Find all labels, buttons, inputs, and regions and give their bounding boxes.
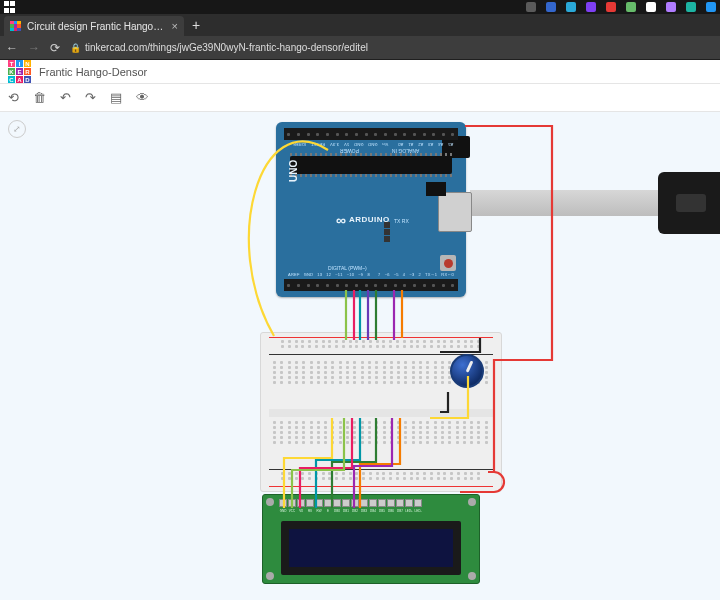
usb-port — [438, 192, 472, 232]
atmega-chip — [290, 156, 452, 174]
reload-button[interactable]: ⟳ — [50, 41, 60, 55]
tinkercad-favicon — [10, 21, 21, 32]
lcd-pin-labels: GNDVCCV0RSRWEDB0DB1DB2DB3DB4DB5DB6DB7LED… — [279, 509, 422, 513]
browser-tab-active[interactable]: Circuit design Frantic Hango-De… × — [4, 16, 184, 36]
breadboard-terminal-bot[interactable] — [273, 421, 489, 444]
arduino-brand-label: ∞ ARDUINO — [336, 212, 390, 228]
uno-label: UNO — [288, 160, 299, 182]
tinkercad-header: TINKERCAD Frantic Hango-Densor — [0, 60, 720, 84]
lcd-pin-header[interactable] — [279, 499, 422, 507]
back-button[interactable]: ← — [6, 41, 18, 55]
tx-rx-label: TX RX — [394, 218, 409, 225]
potentiometer[interactable] — [450, 354, 484, 388]
tray-icon[interactable] — [646, 2, 656, 12]
browser-address-bar: ← → ⟳ 🔒 tinkercad.com/things/jwGe39N0wyN… — [0, 36, 720, 60]
tray-icon[interactable] — [626, 2, 636, 12]
delete-button[interactable]: 🗑 — [33, 90, 46, 105]
lcd-screen — [281, 521, 461, 575]
circuit-canvas[interactable]: ⤢ IOREFRESET3.3V5VGNDGNDVinA0A1A2A3A4A5 … — [0, 112, 720, 600]
url-text: tinkercad.com/things/jwGe39N0wyN-frantic… — [85, 42, 368, 53]
usb-controller-chip — [426, 182, 446, 196]
visibility-button[interactable]: 👁 — [136, 90, 149, 105]
arduino-header-digital[interactable] — [284, 279, 458, 291]
breadboard-gutter — [269, 409, 493, 417]
notes-button[interactable]: ▤ — [110, 90, 122, 105]
project-name[interactable]: Frantic Hango-Densor — [39, 66, 147, 78]
editor-toolbar: ⟲ 🗑 ↶ ↷ ▤ 👁 — [0, 84, 720, 112]
arduino-header-power-analog[interactable] — [284, 128, 458, 140]
lcd-screw-icon — [468, 572, 476, 580]
arduino-pinlabels-bot: AREFGND1312~11~10~987~6~54~32TX→1RX←0 — [286, 272, 456, 277]
browser-tabstrip: Circuit design Frantic Hango-De… × + — [0, 14, 720, 36]
forward-button[interactable]: → — [28, 41, 40, 55]
undo-button[interactable]: ↶ — [60, 90, 71, 105]
breadboard-rail-top[interactable] — [269, 337, 493, 355]
digital-group-label: DIGITAL (PWM~) — [328, 265, 367, 271]
usb-plug — [658, 172, 720, 234]
system-tray — [526, 2, 716, 12]
tab-close-icon[interactable]: × — [172, 20, 178, 32]
lcd-16x2[interactable]: GNDVCCV0RSRWEDB0DB1DB2DB3DB4DB5DB6DB7LED… — [262, 494, 480, 584]
tray-icon[interactable] — [686, 2, 696, 12]
arduino-uno-board[interactable]: IOREFRESET3.3V5VGNDGNDVinA0A1A2A3A4A5 PO… — [276, 122, 466, 297]
os-taskbar — [0, 0, 720, 14]
arduino-pinlabels-top: IOREFRESET3.3V5VGNDGNDVinA0A1A2A3A4A5 — [286, 142, 456, 147]
windows-start-icon[interactable] — [4, 1, 18, 13]
lcd-screw-icon — [468, 498, 476, 506]
tray-icon[interactable] — [606, 2, 616, 12]
url-field[interactable]: 🔒 tinkercad.com/things/jwGe39N0wyN-frant… — [70, 42, 714, 53]
tray-icon[interactable] — [706, 2, 716, 12]
breadboard-rail-bot[interactable] — [269, 469, 493, 487]
tab-title: Circuit design Frantic Hango-De… — [27, 21, 166, 32]
rotate-button[interactable]: ⟲ — [8, 90, 19, 105]
tray-icon[interactable] — [666, 2, 676, 12]
lock-icon: 🔒 — [70, 43, 81, 53]
lcd-screw-icon — [266, 572, 274, 580]
tray-icon[interactable] — [526, 2, 536, 12]
tray-icon[interactable] — [546, 2, 556, 12]
zoom-to-fit-button[interactable]: ⤢ — [8, 120, 26, 138]
tray-icon[interactable] — [566, 2, 576, 12]
lcd-screw-icon — [266, 498, 274, 506]
tinkercad-logo[interactable]: TINKERCAD — [8, 60, 31, 83]
reset-button[interactable] — [440, 255, 456, 271]
new-tab-button[interactable]: + — [184, 17, 208, 33]
redo-button[interactable]: ↷ — [85, 90, 96, 105]
tray-icon[interactable] — [586, 2, 596, 12]
